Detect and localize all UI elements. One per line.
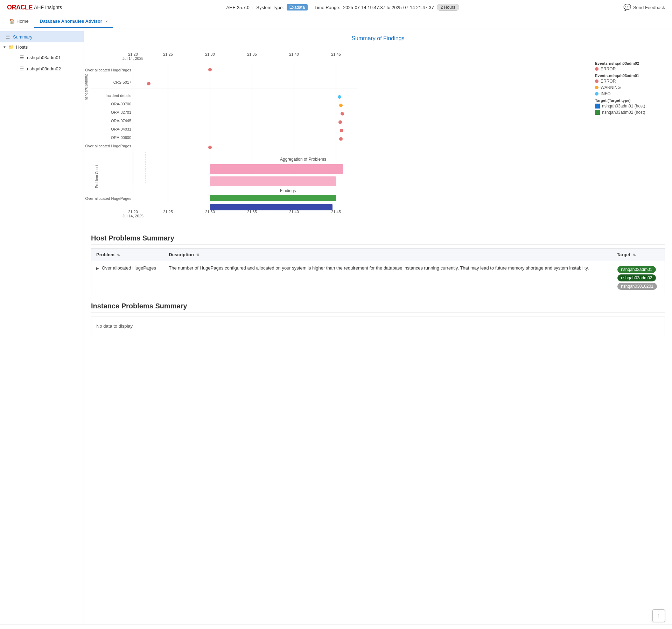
target-badge-2[interactable]: nshqah03adm02 <box>617 274 656 281</box>
sidebar-hosts-label: Hosts <box>16 44 28 50</box>
sidebar: ☰ Summary ▼ 📁 Hosts ☰ nshqah03adm01 ☰ ns… <box>0 28 84 624</box>
adm01-info-text: INFO <box>601 91 611 96</box>
col-description[interactable]: Description ⇅ <box>164 249 612 261</box>
svg-text:Aggregation of Problems: Aggregation of Problems <box>280 157 326 162</box>
summary-icon: ☰ <box>6 34 10 40</box>
chart-area: 21:20 Jul 14, 2025 21:25 21:30 21:35 21:… <box>91 45 665 227</box>
svg-text:21:40: 21:40 <box>289 210 299 214</box>
adm01-error-dot <box>595 79 598 83</box>
chart-container: Summary of Findings 21:20 Jul 14, 2025 2… <box>91 35 665 227</box>
svg-rect-40 <box>210 204 332 210</box>
host-problems-section: Host Problems Summary Problem ⇅ Descript… <box>91 234 665 295</box>
home-icon: 🏠 <box>9 19 15 24</box>
svg-text:CRS-5017: CRS-5017 <box>113 80 131 84</box>
expand-icon[interactable]: ▶ <box>96 266 99 270</box>
svg-rect-39 <box>210 195 336 201</box>
sidebar-item-host2[interactable]: ☰ nshqah03adm02 <box>14 63 84 74</box>
svg-text:Incident details: Incident details <box>106 93 132 98</box>
tab-home[interactable]: 🏠 Home <box>4 15 34 28</box>
target-badge-1[interactable]: nshqah03adm01 <box>617 266 656 273</box>
svg-text:21:25: 21:25 <box>163 210 173 214</box>
instance-problems-section: Instance Problems Summary No data to dis… <box>91 302 665 336</box>
svg-text:ORA-07445: ORA-07445 <box>111 119 131 123</box>
svg-text:Over allocated HugePages: Over allocated HugePages <box>85 144 132 148</box>
time-range-label: Time Range: <box>314 5 340 10</box>
svg-text:ORA-04031: ORA-04031 <box>111 127 131 131</box>
svg-text:21:35: 21:35 <box>247 52 257 56</box>
svg-text:Problem Count: Problem Count <box>95 165 99 188</box>
adm02-error-dot <box>595 67 598 71</box>
version-label: AHF-25.7.0 <box>226 5 249 10</box>
sidebar-item-hosts[interactable]: ▼ 📁 Hosts <box>0 42 84 52</box>
svg-point-29 <box>341 112 344 116</box>
header-center: AHF-25.7.0 | System Type: Exadata | Time… <box>226 4 459 11</box>
no-data-box: No data to display. <box>91 316 665 336</box>
legend-adm01-info: INFO <box>595 91 665 96</box>
svg-rect-36 <box>210 164 343 174</box>
target-badge-3[interactable]: nshqah03010201 <box>617 283 657 290</box>
sort-target-icon: ⇅ <box>633 253 636 257</box>
scroll-up-icon: ↑ <box>657 613 660 619</box>
svg-text:nshqah03adm02: nshqah03adm02 <box>84 74 88 100</box>
footer: About Oracle AHF Insights | Contact Us |… <box>0 624 672 629</box>
no-data-text: No data to display. <box>96 323 134 329</box>
svg-point-17 <box>208 68 212 71</box>
legend-target-adm01: nshqah03adm01 (host) <box>595 104 665 109</box>
chart-legend: Events-nshqah03adm02 ERROR Events-nshqah… <box>595 45 665 227</box>
host1-icon: ☰ <box>20 55 24 60</box>
tab-close-icon[interactable]: × <box>105 19 107 23</box>
time-range-value: 2025-07-14 19:47:37 to 2025-07-14 21:47:… <box>343 5 434 10</box>
svg-text:Jul 14, 2025: Jul 14, 2025 <box>122 214 144 218</box>
svg-text:21:20: 21:20 <box>128 210 138 214</box>
svg-text:21:45: 21:45 <box>331 52 341 56</box>
system-type-label: System Type: <box>256 5 284 10</box>
col-problem-label: Problem <box>96 252 114 257</box>
tab-database-anomalies[interactable]: Database Anomalies Advisor × <box>34 15 113 28</box>
host-problems-heading: Host Problems Summary <box>91 234 665 245</box>
adm01-warning-text: WARNING <box>601 85 621 90</box>
tab-label: Database Anomalies Advisor <box>40 19 102 24</box>
svg-text:ORA-32701: ORA-32701 <box>111 110 131 114</box>
host2-label: nshqah03adm02 <box>27 66 61 71</box>
svg-text:ORA-00600: ORA-00600 <box>111 135 131 140</box>
target-cell: nshqah03adm01 nshqah03adm02 nshqah030102… <box>612 261 665 295</box>
legend-block: Events-nshqah03adm02 ERROR Events-nshqah… <box>595 61 665 115</box>
send-feedback-button[interactable]: 💬 Send Feedback <box>623 4 665 11</box>
chart-title: Summary of Findings <box>91 35 665 42</box>
host1-label: nshqah03adm01 <box>27 55 61 60</box>
legend-adm02-label: Events-nshqah03adm02 <box>595 61 665 65</box>
svg-point-18 <box>147 82 150 85</box>
col-target[interactable]: Target ⇅ <box>612 249 665 261</box>
svg-text:ORA-00700: ORA-00700 <box>111 102 131 106</box>
legend-adm02-error: ERROR <box>595 67 665 71</box>
svg-point-33 <box>208 146 212 149</box>
col-description-label: Description <box>169 252 194 257</box>
svg-rect-37 <box>210 176 336 186</box>
target-adm01-text: nshqah03adm01 (host) <box>602 104 645 109</box>
chart-main: 21:20 Jul 14, 2025 21:25 21:30 21:35 21:… <box>91 45 588 227</box>
svg-text:Findings: Findings <box>280 188 296 193</box>
svg-text:21:30: 21:30 <box>205 210 215 214</box>
legend-adm01-error: ERROR <box>595 79 665 84</box>
adm01-info-dot <box>595 92 598 96</box>
svg-text:21:30: 21:30 <box>205 52 215 56</box>
adm01-warning-dot <box>595 86 598 89</box>
svg-text:21:45: 21:45 <box>331 210 341 214</box>
svg-text:Over allocated HugePages: Over allocated HugePages <box>85 68 132 72</box>
target-adm02-square <box>595 110 600 115</box>
hours-badge[interactable]: 2 Hours <box>437 4 459 11</box>
findings-chart-svg: 21:20 Jul 14, 2025 21:25 21:30 21:35 21:… <box>91 45 392 227</box>
col-problem[interactable]: Problem ⇅ <box>91 249 164 261</box>
content-area: Summary of Findings 21:20 Jul 14, 2025 2… <box>84 28 672 624</box>
svg-point-28 <box>339 104 343 107</box>
svg-point-30 <box>338 120 342 124</box>
ahf-insights-label: AHF Insights <box>34 5 62 10</box>
svg-text:21:20: 21:20 <box>128 52 138 56</box>
sidebar-item-summary[interactable]: ☰ Summary <box>0 31 84 42</box>
system-type-badge[interactable]: Exadata <box>287 4 308 11</box>
sidebar-item-host1[interactable]: ☰ nshqah03adm01 <box>14 52 84 63</box>
sidebar-summary-label: Summary <box>13 34 33 40</box>
target-adm02-text: nshqah03adm02 (host) <box>602 110 645 115</box>
svg-text:21:35: 21:35 <box>247 210 257 214</box>
scroll-to-top-button[interactable]: ↑ <box>652 609 665 622</box>
